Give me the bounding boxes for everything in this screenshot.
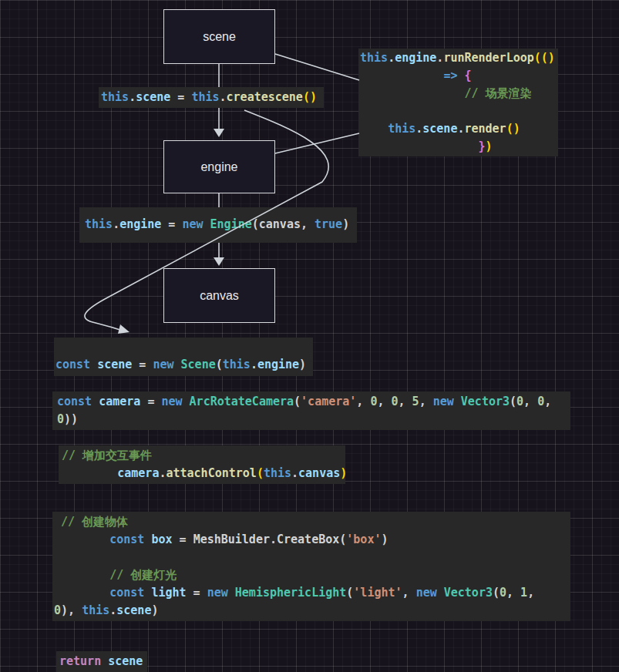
code-segment-pl: , [402, 586, 416, 600]
code-line: const light = new HemisphericLight('ligh… [54, 584, 570, 602]
connector-scene-to-renderloop[interactable] [275, 54, 359, 80]
code-segment-kw: this [82, 603, 109, 617]
label-createscene[interactable]: this.scene = this.createscene() [99, 87, 324, 108]
code-segment-pl: ( [339, 533, 346, 546]
code-line: const scene = new Scene(this.engine) [56, 356, 313, 374]
code-segment-kw: => [443, 69, 457, 82]
code-line: this.scene = this.createscene() [101, 89, 324, 106]
code-segment-pl: ( [510, 395, 516, 408]
node-canvas[interactable]: canvas [163, 268, 275, 323]
code-segment-kw: this [264, 466, 291, 480]
code-segment-pl [62, 466, 117, 480]
code-segment-plb: MeshBuilder [193, 533, 270, 546]
code-segment-pl: . [251, 358, 257, 371]
block-runrenderloop[interactable]: this.engine.runRenderLoop(() => { // 场景渲… [358, 49, 558, 156]
code-segment-pl [54, 515, 61, 529]
code-segment-com: // 创建灯光 [109, 568, 177, 582]
code-segment-kw: true [315, 217, 342, 231]
code-segment-pl [360, 139, 479, 153]
code-segment-pl: . [220, 90, 227, 104]
code-line: }) [360, 138, 558, 156]
code-segment-str: 'light' [353, 586, 402, 600]
code-segment-fn: createscene [227, 90, 303, 104]
code-segment-gold: ) [486, 139, 493, 153]
code-segment-gold: (() [534, 51, 555, 65]
code-segment-pl: , [377, 395, 391, 408]
code-line: 0), this.scene) [54, 602, 570, 620]
code-segment-com: // 增加交互事件 [62, 449, 152, 462]
code-segment-pl: = [170, 90, 191, 104]
code-line [54, 549, 570, 566]
block-return-scene[interactable]: return scene [56, 651, 147, 672]
code-segment-cls: Scene [181, 358, 216, 371]
code-segment-kw: new [153, 358, 180, 371]
connector-renderloop-to-engine[interactable] [275, 133, 359, 153]
code-segment-pl [360, 69, 443, 82]
code-segment-fn: render [464, 122, 506, 136]
code-segment-kw: const [56, 358, 97, 371]
code-segment-pl: ( [216, 358, 223, 371]
code-segment-kw: new [161, 395, 189, 408]
code-segment-orc: } [479, 139, 486, 153]
code-segment-var: canvas [298, 466, 340, 480]
code-segment-kw: this [223, 358, 251, 371]
code-segment-kw: const [109, 586, 151, 600]
code-segment-num: 5 [412, 395, 419, 408]
code-segment-var: scene [108, 654, 143, 668]
code-segment-num: 0 [57, 412, 64, 426]
node-scene[interactable]: scene [163, 9, 275, 64]
code-segment-pl [54, 586, 109, 600]
code-segment-var: engine [119, 217, 161, 231]
code-segment-kw: this [388, 122, 415, 136]
code-line [360, 102, 558, 120]
code-segment-kw: new [207, 586, 235, 600]
code-line: this.scene.render() [360, 120, 558, 138]
block-const-camera[interactable]: const camera = new ArcRotateCamera('came… [52, 391, 570, 430]
code-line [56, 338, 313, 356]
code-segment-pl: , [399, 395, 412, 408]
code-segment-ctrl: return [59, 654, 108, 668]
code-line: camera.attachControl(this.canvas) [62, 465, 345, 482]
arrowhead-scene-to-engine [214, 129, 224, 137]
block-attach-control[interactable]: // 增加交互事件 camera.attachControl(this.canv… [59, 445, 345, 484]
code-segment-pl: , [506, 586, 520, 600]
code-segment-num: 1 [520, 586, 527, 600]
node-label-scene: scene [203, 30, 236, 44]
code-segment-cls: HemisphericLight [235, 586, 347, 600]
code-line: return scene [59, 653, 147, 670]
code-segment-var: scene [97, 358, 132, 371]
code-line: // 增加交互事件 [62, 447, 345, 465]
code-segment-pl: ) [299, 358, 306, 371]
code-segment-var: camera [99, 395, 140, 408]
code-segment-pl [360, 122, 388, 136]
code-segment-pl: , [523, 395, 537, 408]
canvas-surface[interactable]: sceneenginecanvas this.scene = this.crea… [0, 0, 619, 672]
code-segment-pl: . [113, 217, 119, 231]
node-label-engine: engine [200, 160, 237, 174]
code-segment-pl [54, 568, 109, 582]
code-segment-str: 'box' [346, 533, 381, 546]
code-line: this.engine = new Engine(canvas, true) [85, 216, 357, 234]
code-segment-pl: ( [493, 586, 500, 600]
code-segment-cls: Vector3 [444, 586, 493, 600]
code-segment-cls: Engine [210, 217, 252, 231]
code-segment-cls: ArcRotateCamera [190, 395, 294, 408]
code-segment-pl: = [187, 586, 207, 600]
code-segment-var: camera [117, 466, 159, 480]
code-segment-pl: , [356, 395, 370, 408]
block-const-scene[interactable]: const scene = new Scene(this.engine) [54, 338, 313, 376]
code-segment-gold: ( [257, 466, 264, 480]
code-segment-pl: , [419, 395, 433, 408]
code-segment-fn: attachControl [166, 466, 256, 480]
block-create-mesh-light[interactable]: // 创建物体 const box = MeshBuilder.CreateBo… [52, 512, 570, 621]
node-engine[interactable]: engine [163, 140, 275, 193]
code-segment-plb: CreateBox [277, 533, 339, 546]
code-segment-gold: () [303, 90, 317, 104]
code-line: // 创建灯光 [54, 566, 570, 584]
code-segment-pl: ) [381, 533, 388, 546]
code-segment-pl: , [527, 586, 534, 600]
code-segment-pl: ) [342, 217, 349, 231]
code-line: 0)) [57, 411, 570, 428]
code-segment-var: engine [257, 358, 299, 371]
code-line: const box = MeshBuilder.CreateBox('box') [54, 531, 570, 549]
